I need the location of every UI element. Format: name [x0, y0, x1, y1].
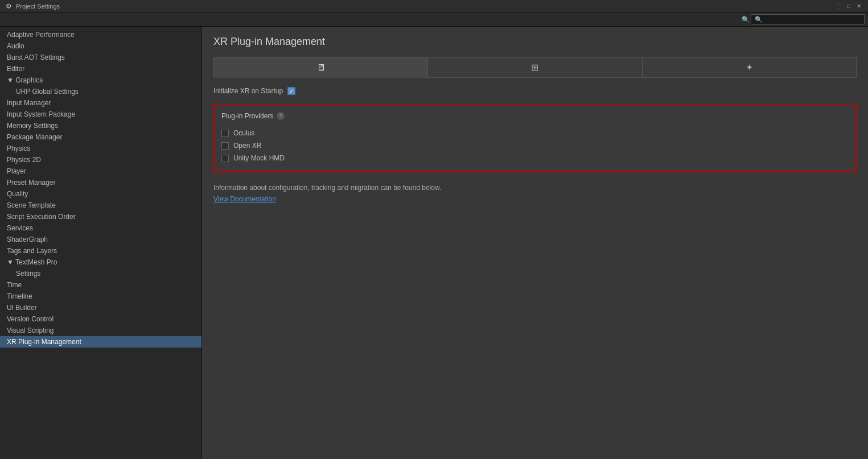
- help-icon[interactable]: ?: [277, 112, 285, 120]
- sidebar-item-time[interactable]: Time: [0, 279, 201, 291]
- android-icon: ✦: [746, 62, 753, 73]
- view-documentation-link[interactable]: View Documentation: [213, 195, 276, 203]
- search-icon: 🔍: [742, 16, 750, 23]
- sidebar-item-shadergraph[interactable]: ShaderGraph: [0, 234, 201, 245]
- sidebar-item-urp-global[interactable]: URP Global Settings: [0, 86, 201, 97]
- sidebar: Adaptive PerformanceAudioBurst AOT Setti…: [0, 27, 202, 459]
- sidebar-item-editor[interactable]: Editor: [0, 63, 201, 75]
- sidebar-item-ui-builder[interactable]: UI Builder: [0, 302, 201, 313]
- sidebar-item-burst-aot[interactable]: Burst AOT Settings: [0, 52, 201, 63]
- sidebar-item-version-control[interactable]: Version Control: [0, 313, 201, 325]
- sidebar-item-physics-2d[interactable]: Physics 2D: [0, 154, 201, 166]
- sidebar-item-audio[interactable]: Audio: [0, 40, 201, 52]
- content-area: XR Plug-in Management 🖥 ⊞ ✦ Initialize X…: [202, 27, 868, 459]
- initialize-xr-row: Initialize XR on Startup ✓: [213, 85, 857, 97]
- plugin-providers-box: Plug-in Providers ? Oculus Open XR Unity…: [213, 104, 857, 172]
- unity-mock-hmd-checkbox[interactable]: [221, 155, 229, 162]
- info-section: Information about configuration, trackin…: [213, 184, 857, 203]
- plugin-providers-label: Plug-in Providers: [221, 112, 273, 120]
- sidebar-item-tags-and-layers[interactable]: Tags and Layers: [0, 245, 201, 257]
- sidebar-item-timeline[interactable]: Timeline: [0, 291, 201, 302]
- console-icon: ⊞: [531, 62, 538, 73]
- sidebar-item-graphics[interactable]: ▼ Graphics: [0, 75, 201, 86]
- close-button[interactable]: ✕: [854, 2, 863, 11]
- initialize-xr-label: Initialize XR on Startup: [213, 87, 283, 95]
- sidebar-item-services[interactable]: Services: [0, 222, 201, 234]
- openxr-checkbox[interactable]: [221, 142, 229, 150]
- restore-button[interactable]: □: [844, 2, 853, 11]
- sidebar-item-physics[interactable]: Physics: [0, 143, 201, 154]
- search-input[interactable]: [751, 14, 865, 24]
- oculus-label: Oculus: [233, 129, 254, 137]
- oculus-checkbox[interactable]: [221, 130, 229, 137]
- pc-icon: 🖥: [316, 63, 326, 73]
- sidebar-item-script-execution-order[interactable]: Script Execution Order: [0, 211, 201, 222]
- window-controls: ⋮ □ ✕: [834, 2, 863, 11]
- tab-pc[interactable]: 🖥: [213, 57, 427, 78]
- sidebar-item-memory-settings[interactable]: Memory Settings: [0, 120, 201, 131]
- plugin-item-oculus: Oculus: [221, 127, 849, 139]
- menu-button[interactable]: ⋮: [834, 2, 843, 11]
- sidebar-item-visual-scripting[interactable]: Visual Scripting: [0, 325, 201, 336]
- plugin-item-openxr: Open XR: [221, 139, 849, 152]
- sidebar-item-package-manager[interactable]: Package Manager: [0, 131, 201, 143]
- openxr-label: Open XR: [233, 142, 261, 150]
- page-title: XR Plug-in Management: [213, 36, 857, 48]
- window-icon: ⚙: [5, 2, 13, 10]
- sidebar-item-preset-manager[interactable]: Preset Manager: [0, 177, 201, 188]
- unity-mock-hmd-label: Unity Mock HMD: [233, 154, 285, 162]
- plugin-providers-header: Plug-in Providers ?: [221, 112, 849, 120]
- tab-console[interactable]: ⊞: [427, 57, 642, 77]
- sidebar-item-player[interactable]: Player: [0, 166, 201, 177]
- platform-tabs: 🖥 ⊞ ✦: [213, 57, 857, 78]
- sidebar-item-quality[interactable]: Quality: [0, 188, 201, 200]
- plugin-item-unity-mock-hmd: Unity Mock HMD: [221, 152, 849, 164]
- title-bar: ⚙ Project Settings ⋮ □ ✕: [0, 0, 868, 13]
- sidebar-item-scene-template[interactable]: Scene Template: [0, 200, 201, 211]
- main-container: Adaptive PerformanceAudioBurst AOT Setti…: [0, 27, 868, 459]
- info-text: Information about configuration, trackin…: [213, 184, 857, 192]
- sidebar-item-input-system-package[interactable]: Input System Package: [0, 109, 201, 120]
- sidebar-item-textmesh-pro[interactable]: ▼ TextMesh Pro: [0, 257, 201, 268]
- top-bar: 🔍: [0, 13, 868, 27]
- sidebar-item-xr-plugin-management[interactable]: XR Plug-in Management: [0, 336, 201, 348]
- initialize-xr-checkbox[interactable]: ✓: [287, 87, 295, 95]
- sidebar-item-adaptive-performance[interactable]: Adaptive Performance: [0, 29, 201, 40]
- sidebar-item-textmesh-settings[interactable]: Settings: [0, 268, 201, 279]
- sidebar-item-input-manager[interactable]: Input Manager: [0, 97, 201, 109]
- window-title: Project Settings: [16, 3, 60, 10]
- tab-android[interactable]: ✦: [643, 57, 857, 77]
